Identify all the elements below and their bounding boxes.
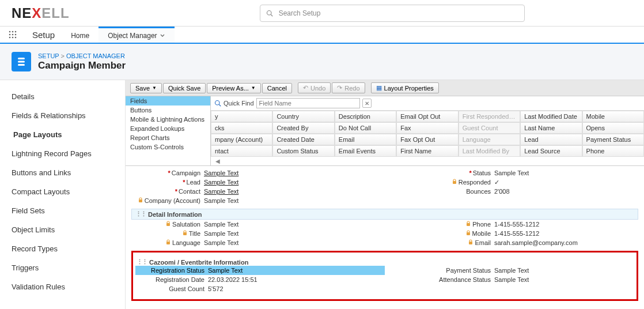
save-button[interactable]: Save▼ bbox=[130, 83, 162, 93]
quick-find-clear-icon[interactable]: ✕ bbox=[362, 99, 372, 108]
palette-field[interactable]: Lead Source bbox=[520, 145, 582, 157]
detail-section: SalutationSample TextTitleSample TextLan… bbox=[131, 220, 638, 247]
palette-field[interactable]: mpany (Account) bbox=[211, 134, 272, 145]
sidebar-item-object-limits[interactable]: Object Limits bbox=[0, 220, 125, 239]
palette-field[interactable]: Last Modified By bbox=[459, 145, 520, 157]
quick-find-input[interactable] bbox=[256, 98, 360, 108]
layout-field-row[interactable]: *StatusSample Text bbox=[385, 168, 638, 178]
lock-icon bbox=[465, 230, 471, 237]
layout-field-row[interactable]: LanguageSample Text bbox=[131, 238, 385, 247]
lock-icon bbox=[138, 197, 143, 204]
layout-field-row[interactable]: Company (Account)Sample Text bbox=[131, 196, 385, 205]
svg-line-1 bbox=[271, 14, 272, 16]
logo-part-ne: NE bbox=[12, 5, 32, 21]
palette-field[interactable]: Payment Status bbox=[582, 134, 644, 145]
palette-field[interactable]: ntact bbox=[211, 145, 272, 157]
palette-field[interactable]: Do Not Call bbox=[335, 122, 396, 134]
layout-field-row[interactable]: Guest Count5'572 bbox=[135, 284, 385, 293]
breadcrumb-object-manager[interactable]: OBJECT MANAGER bbox=[66, 52, 125, 59]
field-value: Sample Text bbox=[204, 239, 238, 246]
layout-field-row[interactable]: Attendance StatusSample Text bbox=[385, 275, 634, 284]
sidebar-item-lightning-pages[interactable]: Lightning Record Pages bbox=[0, 144, 125, 163]
sidebar-item-fields[interactable]: Fields & Relationships bbox=[0, 106, 125, 125]
layout-field-row[interactable]: Registration StatusSample Text bbox=[135, 266, 385, 275]
svg-rect-21 bbox=[467, 223, 470, 226]
undo-icon: ↶ bbox=[303, 84, 308, 92]
palette-field[interactable]: First Responded Date bbox=[459, 111, 520, 122]
redo-button[interactable]: ↷Redo bbox=[332, 82, 365, 93]
palette-field[interactable]: Created Date bbox=[272, 134, 334, 145]
sidebar-item-triggers[interactable]: Triggers bbox=[0, 258, 125, 277]
sidebar-item-record-types[interactable]: Record Types bbox=[0, 239, 125, 258]
palette-cat-expanded-lookups[interactable]: Expanded Lookups bbox=[126, 124, 210, 133]
nav-tab-home[interactable]: Home bbox=[62, 27, 99, 43]
svg-rect-17 bbox=[453, 181, 456, 184]
sidebar-item-page-layouts[interactable]: Page Layouts bbox=[0, 125, 125, 144]
palette-field[interactable]: Fax Opt Out bbox=[396, 134, 458, 145]
logo-part-x: X bbox=[32, 5, 41, 21]
palette-field[interactable]: Opens bbox=[582, 122, 644, 134]
layout-field-row[interactable]: Mobile1-415-555-1212 bbox=[385, 229, 638, 238]
palette-field[interactable]: cks bbox=[211, 122, 272, 134]
layout-field-row[interactable]: Bounces2'008 bbox=[385, 187, 638, 196]
palette-field[interactable]: Lead bbox=[520, 134, 582, 145]
section-cazoomi[interactable]: ⋮⋮ Cazoomi / Eventbrite Information bbox=[135, 258, 634, 266]
sidebar-item-field-sets[interactable]: Field Sets bbox=[0, 201, 125, 220]
sidebar-item-compact-layouts[interactable]: Compact Layouts bbox=[0, 182, 125, 201]
palette-cat-fields[interactable]: Fields bbox=[126, 96, 210, 105]
palette-field[interactable]: y bbox=[211, 111, 272, 122]
cancel-button[interactable]: Cancel bbox=[262, 83, 292, 93]
palette-field-grid: yCountryDescriptionEmail Opt OutFirst Re… bbox=[211, 111, 644, 157]
quick-save-button[interactable]: Quick Save bbox=[163, 83, 206, 93]
layout-field-row[interactable]: *CampaignSample Text bbox=[131, 168, 385, 178]
palette-cat-buttons[interactable]: Buttons bbox=[126, 105, 210, 115]
layout-editor: Save▼ Quick Save Preview As...▼ Cancel ↶… bbox=[126, 80, 644, 309]
chevron-down-icon bbox=[160, 33, 165, 39]
sidebar-item-validation-rules[interactable]: Validation Rules bbox=[0, 277, 125, 296]
layout-field-row[interactable]: Responded✓ bbox=[385, 178, 638, 187]
palette-field[interactable]: Email bbox=[335, 134, 396, 145]
sidebar-item-buttons-links[interactable]: Buttons and Links bbox=[0, 163, 125, 182]
palette-field[interactable]: First Name bbox=[396, 145, 458, 157]
palette-field[interactable]: Custom Status bbox=[272, 145, 334, 157]
palette-field[interactable]: Created By bbox=[272, 122, 334, 134]
nav-tab-object-manager[interactable]: Object Manager bbox=[99, 27, 174, 43]
palette-cat-mobile-actions[interactable]: Mobile & Lightning Actions bbox=[126, 115, 210, 124]
global-search[interactable]: Search Setup bbox=[260, 5, 525, 22]
palette-field[interactable]: Phone bbox=[582, 145, 644, 157]
palette-field[interactable]: Email Events bbox=[335, 145, 396, 157]
palette-field[interactable]: Description bbox=[335, 111, 396, 122]
layout-field-row[interactable]: TitleSample Text bbox=[131, 229, 385, 238]
layout-field-row[interactable]: *LeadSample Text bbox=[131, 178, 385, 187]
palette-field[interactable]: Language bbox=[459, 134, 520, 145]
palette-field[interactable]: Mobile bbox=[582, 111, 644, 122]
palette-field[interactable]: Fax bbox=[396, 122, 458, 134]
layout-properties-button[interactable]: ▦Layout Properties bbox=[371, 82, 439, 93]
section-detail-information[interactable]: ⋮⋮ Detail Information bbox=[131, 209, 638, 220]
layout-field-row[interactable]: Phone1-415-555-1212 bbox=[385, 220, 638, 229]
breadcrumb-setup[interactable]: SETUP bbox=[38, 52, 59, 59]
layout-field-row[interactable]: Registration Date22.03.2022 15:51 bbox=[135, 275, 385, 284]
palette-field[interactable]: Guest Count bbox=[459, 122, 520, 134]
svg-rect-18 bbox=[166, 223, 170, 226]
palette-field[interactable]: Email Opt Out bbox=[396, 111, 458, 122]
field-label: Email bbox=[385, 239, 494, 246]
required-icon: * bbox=[183, 179, 185, 186]
required-icon: * bbox=[168, 169, 171, 176]
sidebar-item-details[interactable]: Details bbox=[0, 87, 125, 106]
app-launcher-icon[interactable] bbox=[0, 27, 25, 43]
palette-field[interactable]: Country bbox=[272, 111, 334, 122]
layout-field-row[interactable]: Payment StatusSample Text bbox=[385, 266, 634, 275]
preview-button[interactable]: Preview As...▼ bbox=[207, 83, 261, 93]
undo-button[interactable]: ↶Undo bbox=[298, 82, 331, 93]
svg-point-3 bbox=[12, 31, 14, 33]
layout-field-row[interactable]: Emailsarah.sample@company.com bbox=[385, 238, 638, 247]
palette-field[interactable]: Last Name bbox=[520, 122, 582, 134]
palette-cat-report-charts[interactable]: Report Charts bbox=[126, 133, 210, 142]
palette-field[interactable]: Last Modified Date bbox=[520, 111, 582, 122]
palette-cat-s-controls[interactable]: Custom S-Controls bbox=[126, 142, 210, 152]
layout-field-row[interactable]: SalutationSample Text bbox=[131, 220, 385, 229]
layout-field-row[interactable]: *ContactSample Text bbox=[131, 187, 385, 196]
palette-scroll-left-icon[interactable]: ◀ bbox=[211, 157, 644, 165]
svg-point-2 bbox=[9, 31, 11, 33]
